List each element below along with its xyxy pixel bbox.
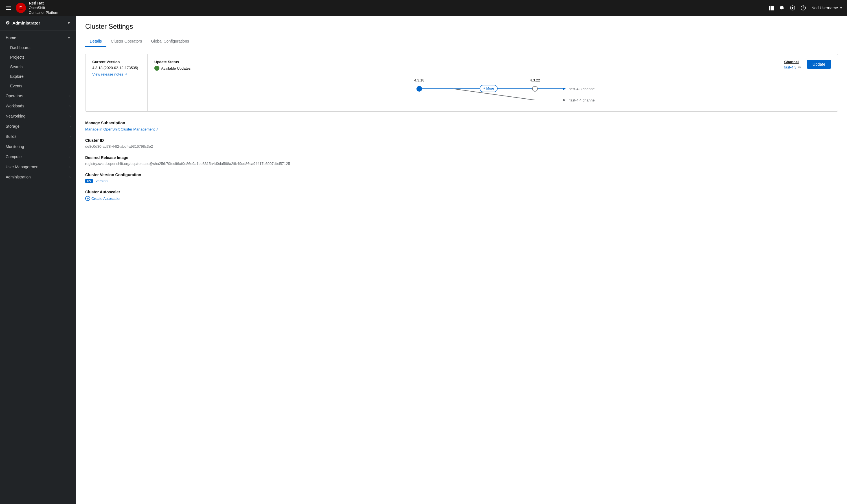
operators-chevron: › [69,94,71,97]
cv-version-link[interactable]: version [96,179,107,183]
add-icon[interactable] [790,5,795,11]
sidebar-item-builds-label: Builds [6,134,16,139]
available-updates-label: Available Updates [161,66,191,70]
sidebar-context-label: Administrator [13,21,40,25]
top-navigation: Red Hat OpenShift Container Platform Ned… [0,0,847,16]
svg-point-13 [803,9,803,9]
sidebar-item-administration-label: Administration [6,175,31,179]
svg-text:4.3.18: 4.3.18 [414,78,424,82]
sidebar-item-compute[interactable]: Compute › [0,152,76,162]
version-diagram: 4.3.18 4.3.22 fast-4.3 channel fast-4.4 … [154,77,831,106]
current-version-panel: Current Version 4.3.18 (2020-02-12-17353… [86,54,148,111]
sidebar-navigation: Home ▼ Dashboards Projects Search Explor… [0,31,76,184]
update-status-label: Update Status [154,60,784,64]
update-button[interactable]: Update [807,60,831,69]
cluster-version-content: CV version [85,179,838,183]
svg-rect-4 [772,6,774,7]
svg-marker-18 [563,88,566,90]
tab-bar: Details Cluster Operators Global Configu… [85,36,838,47]
sidebar-item-builds[interactable]: Builds › [0,131,76,142]
sidebar-item-networking[interactable]: Networking › [0,111,76,121]
svg-point-24 [417,86,422,91]
sidebar-context-switcher[interactable]: ⚙ Administrator ▼ [0,16,76,31]
sidebar-item-explore[interactable]: Explore [0,72,76,81]
sidebar-item-dashboards-label: Dashboards [10,46,32,50]
sidebar-item-administration[interactable]: Administration › [0,172,76,182]
content-area: Cluster Settings Details Cluster Operato… [76,16,847,504]
sidebar-item-projects-label: Projects [10,55,24,59]
sidebar-item-workloads[interactable]: Workloads › [0,101,76,111]
builds-chevron: › [69,135,71,138]
sidebar-item-projects[interactable]: Projects [0,52,76,62]
storage-chevron: › [69,125,71,128]
external-link-icon: ↗ [124,72,127,76]
release-notes-link[interactable]: View release notes ↗ [92,72,140,76]
administration-chevron: › [69,175,71,179]
manage-subscription-title: Manage Subscription [85,121,838,125]
desired-release-title: Desired Release Image [85,155,838,160]
sidebar-item-dashboards[interactable]: Dashboards [0,43,76,52]
sidebar-item-events[interactable]: Events [0,81,76,91]
svg-text:+ More: + More [483,87,494,90]
hamburger-menu[interactable] [4,5,13,11]
user-menu[interactable]: Ned Username ▼ [811,6,843,10]
svg-rect-5 [769,7,770,9]
sidebar-item-user-management-label: User Managerment [6,165,39,169]
cluster-autoscaler-section: Cluster Autoscaler + Create Autoscaler [85,190,838,201]
svg-text:fast-4.4 channel: fast-4.4 channel [569,98,595,102]
manage-cluster-link[interactable]: Manage in OpenShift Cluster Management ↗ [85,127,159,131]
svg-text:4.3.22: 4.3.22 [530,78,540,82]
sidebar-item-events-label: Events [10,84,22,88]
cluster-id-section: Cluster ID de8c0d30-ad78-44f2-abdf-a9316… [85,138,838,148]
redhat-logo [16,3,26,13]
page-title: Cluster Settings [85,22,838,31]
workloads-chevron: › [69,104,71,108]
svg-text:fast-4.3 channel: fast-4.3 channel [569,87,595,91]
brand-text: Red Hat OpenShift Container Platform [29,1,59,15]
sidebar-item-storage[interactable]: Storage › [0,121,76,131]
cluster-id-title: Cluster ID [85,138,838,143]
sidebar-item-operators-label: Operators [6,94,23,98]
sidebar-item-networking-label: Networking [6,114,25,119]
brand: Red Hat OpenShift Container Platform [16,1,59,15]
tab-cluster-operators[interactable]: Cluster Operators [106,36,146,47]
cluster-autoscaler-title: Cluster Autoscaler [85,190,838,194]
channel-label: Channel [784,60,798,64]
monitoring-chevron: › [69,145,71,148]
channel-section: Channel fast-4.3 ✏ [784,60,801,69]
networking-chevron: › [69,114,71,118]
cluster-version-title: Cluster Version Configuration [85,173,838,177]
sidebar-item-home-label: Home [6,36,16,40]
sidebar-item-monitoring[interactable]: Monitoring › [0,142,76,152]
manage-subscription-section: Manage Subscription Manage in OpenShift … [85,121,838,131]
svg-rect-7 [772,7,774,9]
create-autoscaler-label: Create Autoscaler [91,196,120,201]
sidebar-item-workloads-label: Workloads [6,104,24,108]
channel-value[interactable]: fast-4.3 ✏ [784,65,801,69]
svg-marker-22 [563,99,566,101]
sidebar-item-home[interactable]: Home ▼ [0,33,76,43]
sidebar-item-compute-label: Compute [6,155,22,159]
sidebar-item-explore-label: Explore [10,74,23,79]
apps-icon[interactable] [768,5,774,11]
channel-edit-icon[interactable]: ✏ [798,65,801,69]
sidebar-item-search[interactable]: Search [0,62,76,72]
desired-release-value: registry.svc.ci.openshift.org/ocp/releas… [85,162,838,166]
help-icon[interactable] [801,5,806,11]
desired-release-section: Desired Release Image registry.svc.ci.op… [85,155,838,166]
channel-value-text: fast-4.3 [784,65,796,69]
svg-rect-9 [771,9,772,11]
sidebar-item-operators[interactable]: Operators › [0,91,76,101]
sidebar-item-search-label: Search [10,65,22,69]
update-status-panel: Update Status ↑ Available Updates Channe… [148,54,838,111]
sidebar-item-user-management[interactable]: User Managerment › [0,162,76,172]
cv-badge: CV [85,179,93,183]
svg-rect-2 [769,6,770,7]
context-dropdown-arrow[interactable]: ▼ [67,21,71,25]
svg-rect-6 [771,7,772,9]
create-autoscaler-link[interactable]: + Create Autoscaler [85,196,120,201]
svg-rect-8 [769,9,770,11]
tab-details[interactable]: Details [85,36,106,47]
tab-global-configurations[interactable]: Global Configurations [146,36,193,47]
notifications-icon[interactable] [779,5,784,11]
